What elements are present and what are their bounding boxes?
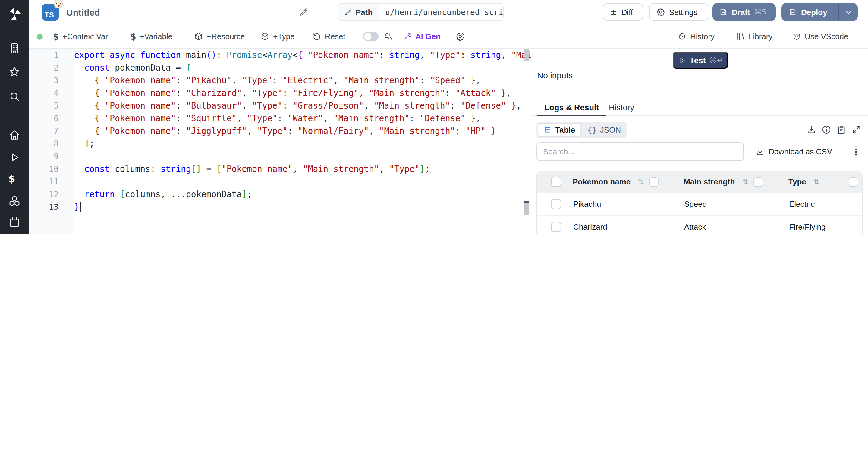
tab-history[interactable]: History [601,99,641,116]
view-json-button[interactable]: {} JSON [582,123,626,137]
sidebar-divider [0,121,29,121]
line-number: 5 [29,99,59,112]
sidebar-item-home-icon[interactable] [8,129,21,141]
run-panel: Test ⌘↵ No inputs Logs & Result History … [532,49,868,234]
diff-button[interactable]: ± Diff [603,3,643,21]
multiplayer-toggle[interactable] [363,24,378,49]
add-type-button[interactable]: +Type [260,24,295,49]
overview-ruler-cursor-mark [524,201,529,202]
table-menu-button[interactable]: ⋮ [852,142,860,161]
draft-button[interactable]: Draft ⌘S [712,3,776,21]
add-context-var-button[interactable]: $+Context Var [53,24,108,49]
expand-icon[interactable] [852,125,861,134]
view-toggle: Table {} JSON [536,122,627,138]
sidebar: $ [0,0,29,234]
history-button[interactable]: History [678,24,715,49]
sort-icon[interactable]: ⇅ [638,178,644,186]
sidebar-item-search-icon[interactable] [8,90,21,102]
line-number: 10 [29,163,59,176]
line-number: 6 [29,112,59,125]
code-line-2: const pokemonData = [ [74,61,191,74]
table-row: PikachuSpeedElectric [537,192,862,215]
view-table-button[interactable]: Table [538,123,581,137]
save-icon [788,8,797,16]
sidebar-item-cubes-icon[interactable] [8,195,21,207]
reset-icon [312,32,321,41]
sidebar-item-calendar-icon[interactable] [8,216,21,228]
library-button[interactable]: Library [736,24,773,49]
code-line-6: { "Pokemon name": "Squirtle", "Type": "W… [74,112,481,125]
row-checkbox[interactable] [551,222,561,232]
line-number: 1 [29,49,59,61]
table-row: CharizardAttackFire/Flying [537,215,862,234]
package-icon [194,32,203,41]
editor-toolbar: $+Context Var $+Variable +Resource +Type… [29,24,868,49]
editor-settings-button[interactable] [456,24,465,49]
result-table: Pokemon name⇅Main strength⇅Type⇅ Pikachu… [536,170,863,234]
line-number: 9 [29,150,59,163]
code-line-1: export async function main(): Promise<Ar… [74,49,531,61]
line-number: 4 [29,87,59,99]
add-variable-button[interactable]: $+Variable [130,24,173,49]
deploy-dropdown-button[interactable] [839,3,858,21]
download-csv-button[interactable]: Download as CSV [756,142,832,161]
sidebar-item-dollar-icon[interactable]: $ [8,173,21,185]
code-line-4: { "Pokemon name": "Charizard", "Type": "… [74,87,511,99]
path-field[interactable]: Path u/henri/unencumbered_script [338,3,504,21]
row-checkbox[interactable] [551,199,561,209]
table-search-input[interactable] [536,142,744,161]
code-editor[interactable]: 1export async function main(): Promise<A… [29,49,532,234]
sort-icon[interactable]: ⇅ [742,178,748,186]
code-line-8: ]; [74,137,94,150]
column-toggle[interactable] [849,177,858,187]
dollar-icon: $ [130,32,136,41]
table-cell: Fire/Flying [784,216,862,234]
overview-ruler-thumb [524,202,529,215]
use-vscode-button[interactable]: Use VScode [792,24,848,49]
wand-icon [403,32,412,41]
select-all-checkbox[interactable] [551,177,561,187]
tab-logs-result[interactable]: Logs & Result [537,99,607,116]
braces-icon: {} [588,126,596,134]
download-result-icon[interactable] [807,125,816,134]
add-resource-button[interactable]: +Resource [194,24,245,49]
draft-shortcut: ⌘S [754,8,766,16]
sort-icon[interactable]: ⇅ [813,178,819,186]
reset-button[interactable]: Reset [312,24,345,49]
copy-clipboard-icon[interactable] [837,125,846,134]
package-icon [260,32,270,41]
dollar-icon: $ [53,32,59,41]
column-toggle[interactable] [649,177,659,187]
line-number: 7 [29,125,59,137]
code-line-10: const columns: string[] = ["Pokemon name… [74,163,430,176]
no-inputs-label: No inputs [537,70,572,80]
column-header-main-strength: Main strength⇅ [679,171,784,192]
emoji-avatar [54,0,63,8]
test-shortcut: ⌘↵ [710,56,723,64]
code-line-12: return [columns, ...pokemonData]; [74,188,252,201]
plus-minus-icon: ± [610,7,617,17]
windmill-logo-icon[interactable] [7,7,22,22]
line-number: 2 [29,61,59,74]
sidebar-item-play-icon[interactable] [8,151,21,163]
sidebar-item-building-icon[interactable] [8,42,21,54]
line-number: 13 [29,201,59,213]
chevron-down-icon [844,8,852,16]
play-icon [678,56,686,64]
status-dot [37,34,43,40]
column-toggle[interactable] [754,177,764,187]
info-icon[interactable] [822,125,831,134]
edit-summary-icon[interactable] [299,7,309,17]
deploy-button[interactable]: Deploy [781,3,858,21]
sidebar-item-star-icon[interactable] [8,66,21,78]
gear-icon [656,8,665,16]
ai-gen-button[interactable]: AI Gen [403,24,441,49]
path-label: Path [355,7,373,17]
vertical-scrollbar[interactable] [524,49,529,61]
code-line-7: { "Pokemon name": "Jigglypuff", "Type": … [74,125,496,137]
test-button[interactable]: Test ⌘↵ [673,52,728,69]
table-cell: Pikachu [568,193,679,215]
history-icon [678,32,687,41]
settings-button[interactable]: Settings [649,3,708,21]
topbar: TS Untitled Path u/henri/unencumbered_sc… [29,0,868,24]
